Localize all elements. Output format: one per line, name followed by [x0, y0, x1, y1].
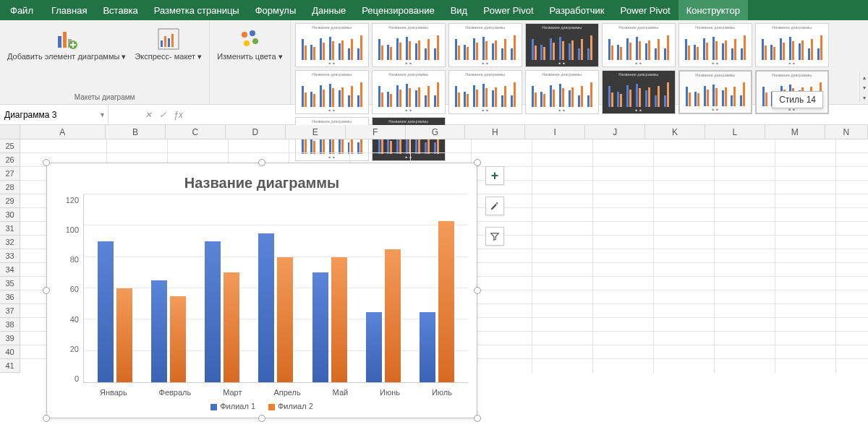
chart-style-thumb-6[interactable]: Название диаграммы: [678, 23, 752, 67]
resize-handle-tr[interactable]: [474, 159, 481, 166]
chart-style-thumb-8[interactable]: Название диаграммы: [295, 70, 369, 114]
ribbon-tab-0[interactable]: Файл: [0, 0, 43, 20]
chart-filter-icon[interactable]: [485, 227, 504, 246]
col-header-E[interactable]: E: [286, 125, 346, 139]
row-header-29[interactable]: 29: [0, 194, 20, 208]
row-header-27[interactable]: 27: [0, 167, 20, 181]
gallery-scroll-handle[interactable]: ▴▾▾: [859, 72, 868, 103]
chart-style-thumb-13[interactable]: Название диаграммы: [678, 70, 752, 114]
row-header-36[interactable]: 36: [0, 290, 20, 304]
chart-style-thumb-1[interactable]: Название диаграммы: [295, 23, 369, 67]
col-header-L[interactable]: L: [705, 125, 765, 139]
chart-style-thumb-5[interactable]: Название диаграммы: [602, 23, 676, 67]
chart-style-thumb-10[interactable]: Название диаграммы: [448, 70, 522, 114]
row-header-32[interactable]: 32: [0, 236, 20, 249]
add-chart-element-button[interactable]: Добавить элемент диаграммы ▾: [4, 23, 129, 63]
bar-Филиал 2-Январь[interactable]: [116, 288, 132, 382]
row-header-30[interactable]: 30: [0, 208, 20, 222]
row-header-33[interactable]: 33: [0, 249, 20, 263]
bar-Филиал 1-Июль[interactable]: [420, 312, 435, 383]
chart-style-brush-icon[interactable]: [485, 197, 504, 215]
resize-handle-tm[interactable]: [258, 159, 265, 166]
bar-Филиал 2-Февраль[interactable]: [170, 296, 186, 382]
row-header-25[interactable]: 25: [0, 139, 20, 153]
change-colors-button[interactable]: Изменить цвета ▾: [214, 23, 286, 63]
bar-Филиал 1-Май[interactable]: [312, 272, 328, 382]
row-header-37[interactable]: 37: [0, 304, 20, 318]
chart-style-thumb-7[interactable]: Название диаграммы: [755, 23, 829, 67]
chart-style-thumb-4[interactable]: Название диаграммы: [525, 23, 599, 67]
quick-layout-button[interactable]: Экспресс- макет ▾: [132, 23, 205, 63]
bar-Филиал 2-Март[interactable]: [224, 272, 239, 382]
cells-grid[interactable]: + Название диаграммы 120100806040200 Янв…: [20, 139, 868, 373]
col-header-F[interactable]: F: [346, 125, 406, 139]
enter-icon[interactable]: ✓: [159, 110, 166, 120]
col-header-A[interactable]: A: [20, 125, 106, 139]
bar-Филиал 1-Июнь[interactable]: [366, 312, 382, 383]
chart-legend[interactable]: Филиал 1Филиал 2: [56, 397, 468, 410]
ribbon-tab-9[interactable]: Разработчик: [542, 0, 613, 20]
name-box[interactable]: ▼: [0, 105, 109, 124]
embedded-chart[interactable]: + Название диаграммы 120100806040200 Янв…: [46, 163, 477, 418]
bar-Филиал 1-Апрель[interactable]: [258, 233, 274, 382]
chart-style-thumb-11[interactable]: Название диаграммы: [525, 70, 599, 114]
ribbon-tab-11[interactable]: Конструктор: [678, 0, 748, 20]
name-box-dropdown-icon[interactable]: ▼: [99, 111, 106, 119]
col-header-B[interactable]: B: [106, 125, 166, 139]
row-header-38[interactable]: 38: [0, 318, 20, 332]
chart-style-thumb-12[interactable]: Название диаграммы: [602, 70, 676, 114]
col-header-I[interactable]: I: [525, 125, 585, 139]
name-box-input[interactable]: [4, 110, 103, 120]
col-header-N[interactable]: N: [825, 125, 868, 139]
resize-handle-bm[interactable]: [258, 415, 265, 422]
fx-icon[interactable]: ƒx: [174, 110, 183, 120]
row-header-40[interactable]: 40: [0, 345, 20, 359]
chart-title[interactable]: Название диаграммы: [56, 175, 468, 191]
resize-handle-mr[interactable]: [474, 287, 481, 294]
resize-handle-tl[interactable]: [43, 159, 50, 166]
row-header-34[interactable]: 34: [0, 263, 20, 277]
row-header-35[interactable]: 35: [0, 277, 20, 290]
resize-handle-br[interactable]: [474, 415, 481, 422]
col-header-H[interactable]: H: [465, 125, 525, 139]
legend-item-Филиал 1[interactable]: Филиал 1: [210, 402, 255, 410]
svg-point-9: [242, 32, 247, 38]
bar-Филиал 1-Февраль[interactable]: [151, 280, 167, 382]
bar-Филиал 2-Июнь[interactable]: [385, 249, 401, 382]
ribbon-tab-8[interactable]: Power Pivot: [475, 0, 541, 20]
select-all-corner[interactable]: [0, 125, 20, 139]
row-header-41[interactable]: 41: [0, 359, 20, 373]
chart-add-element-icon[interactable]: +: [485, 166, 504, 185]
ribbon-tab-2[interactable]: Вставка: [95, 0, 145, 20]
ribbon-tab-4[interactable]: Формулы: [247, 0, 305, 20]
col-header-J[interactable]: J: [585, 125, 645, 139]
row-header-28[interactable]: 28: [0, 181, 20, 194]
col-header-M[interactable]: M: [765, 125, 825, 139]
col-header-C[interactable]: C: [166, 125, 226, 139]
bar-Филиал 2-Июль[interactable]: [438, 221, 454, 382]
chart-style-thumb-9[interactable]: Название диаграммы: [372, 70, 446, 114]
legend-item-Филиал 2[interactable]: Филиал 2: [268, 402, 313, 410]
ribbon-tab-5[interactable]: Данные: [304, 0, 354, 20]
ribbon-tab-3[interactable]: Разметка страницы: [146, 0, 247, 20]
row-header-39[interactable]: 39: [0, 332, 20, 345]
ribbon-tab-10[interactable]: Power Pivot: [612, 0, 678, 20]
row-header-31[interactable]: 31: [0, 222, 20, 236]
col-header-G[interactable]: G: [406, 125, 466, 139]
bar-Филиал 2-Апрель[interactable]: [277, 257, 293, 382]
chart-style-thumb-2[interactable]: Название диаграммы: [372, 23, 446, 67]
col-header-K[interactable]: K: [645, 125, 705, 139]
resize-handle-ml[interactable]: [43, 287, 50, 294]
ribbon-tab-6[interactable]: Рецензирование: [354, 0, 442, 20]
resize-handle-bl[interactable]: [43, 415, 50, 422]
cancel-icon[interactable]: ✕: [145, 110, 152, 120]
chart-style-thumb-3[interactable]: Название диаграммы: [448, 23, 522, 67]
plot-area[interactable]: ЯнварьФевральМартАпрельМайИюньИюль: [83, 194, 468, 383]
bar-Филиал 2-Май[interactable]: [331, 257, 347, 382]
row-header-26[interactable]: 26: [0, 153, 20, 167]
bar-Филиал 1-Март[interactable]: [205, 241, 221, 382]
bar-Филиал 1-Январь[interactable]: [98, 241, 114, 382]
col-header-D[interactable]: D: [226, 125, 286, 139]
ribbon-tab-1[interactable]: Главная: [43, 0, 95, 20]
ribbon-tab-7[interactable]: Вид: [443, 0, 476, 20]
